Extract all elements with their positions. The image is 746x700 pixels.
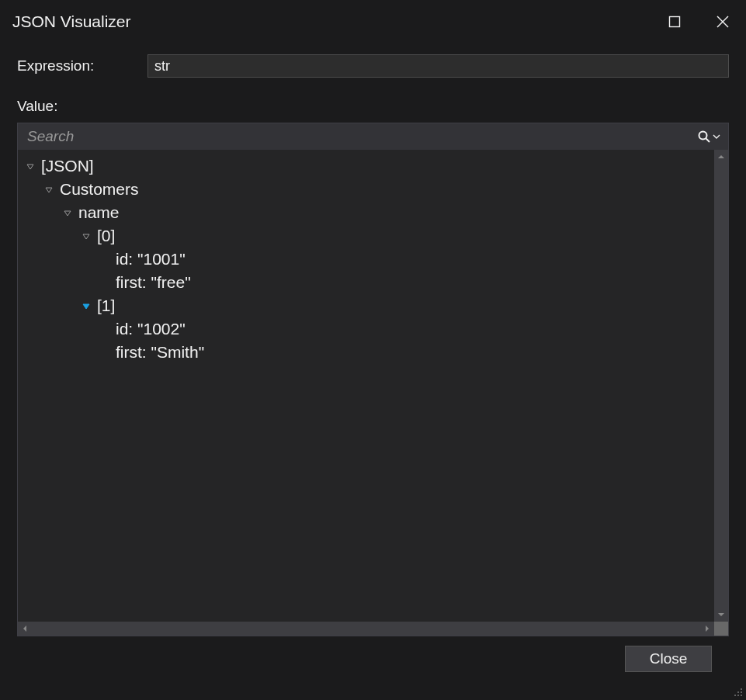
scroll-left-icon[interactable] (18, 622, 32, 636)
value-panel: [JSON] Customers (17, 123, 729, 636)
footer: Close (17, 636, 729, 672)
search-icon (697, 130, 711, 144)
window-title: JSON Visualizer (12, 12, 131, 31)
tree-leaf-label: first: "Smith" (116, 341, 204, 364)
expander-icon[interactable] (80, 230, 92, 242)
close-button[interactable]: Close (625, 646, 712, 672)
expression-label: Expression: (17, 57, 147, 75)
close-button-label: Close (650, 650, 688, 667)
svg-point-10 (741, 695, 742, 696)
tree-leaf-first-0[interactable]: first: "free" (24, 271, 714, 294)
svg-rect-0 (670, 17, 680, 27)
horizontal-scrollbar[interactable] (18, 622, 728, 636)
tree-node-label: Customers (60, 178, 139, 201)
titlebar: JSON Visualizer (0, 0, 746, 43)
tree-leaf-id-0[interactable]: id: "1001" (24, 248, 714, 271)
scroll-up-icon[interactable] (714, 150, 728, 164)
expression-input[interactable] (147, 54, 729, 78)
scrollbar-corner (714, 622, 728, 636)
maximize-button[interactable] (658, 5, 692, 39)
window-controls (658, 5, 740, 39)
close-window-button[interactable] (706, 5, 740, 39)
tree-node-name[interactable]: name (24, 201, 714, 224)
tree-leaf-first-1[interactable]: first: "Smith" (24, 341, 714, 364)
expander-icon[interactable] (43, 183, 55, 196)
expander-icon[interactable] (61, 206, 74, 219)
expander-icon[interactable] (24, 160, 36, 172)
tree-node-customers[interactable]: Customers (24, 178, 714, 201)
resize-grip[interactable] (730, 684, 744, 698)
tree-leaf-label: first: "free" (116, 271, 191, 294)
tree-scroll-area: [JSON] Customers (18, 150, 728, 622)
search-button[interactable] (694, 130, 723, 144)
expression-row: Expression: (17, 54, 729, 78)
svg-point-9 (737, 695, 739, 696)
maximize-icon (668, 16, 681, 28)
svg-line-4 (706, 139, 710, 143)
tree-node-label: [JSON] (41, 154, 94, 178)
svg-point-5 (741, 688, 742, 690)
search-bar (18, 123, 728, 150)
content-area: Expression: Value: (0, 43, 746, 700)
svg-point-7 (741, 691, 742, 693)
json-tree[interactable]: [JSON] Customers (18, 150, 714, 622)
expander-icon-active[interactable] (80, 300, 92, 312)
svg-point-3 (699, 132, 707, 140)
search-input[interactable] (26, 127, 694, 146)
svg-point-8 (734, 695, 736, 696)
tree-node-label: [1] (97, 294, 115, 317)
json-visualizer-window: JSON Visualizer Expression: Value: (0, 0, 746, 700)
tree-leaf-id-1[interactable]: id: "1002" (24, 317, 714, 341)
vertical-scrollbar[interactable] (714, 150, 728, 622)
tree-node-label: [0] (97, 224, 115, 248)
scroll-right-icon[interactable] (700, 622, 714, 636)
close-icon (716, 15, 730, 29)
scroll-down-icon[interactable] (714, 608, 728, 622)
svg-point-6 (737, 691, 739, 693)
tree-leaf-label: id: "1002" (116, 317, 186, 341)
value-label: Value: (17, 98, 729, 115)
tree-node-item-0[interactable]: [0] (24, 224, 714, 248)
tree-leaf-label: id: "1001" (116, 248, 186, 271)
tree-node-item-1[interactable]: [1] (24, 294, 714, 317)
tree-node-label: name (78, 201, 120, 224)
tree-node-root[interactable]: [JSON] (24, 154, 714, 178)
chevron-down-icon (713, 133, 720, 140)
resize-grip-icon (730, 684, 744, 698)
